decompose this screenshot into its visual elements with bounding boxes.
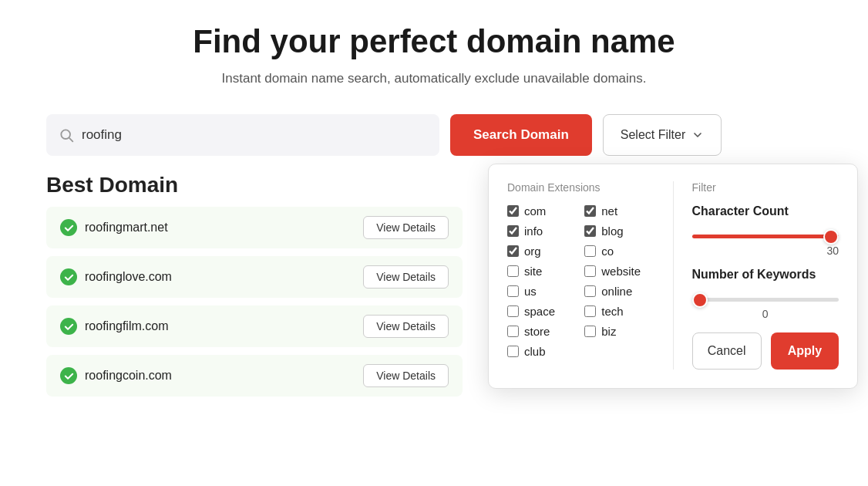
search-icon (59, 127, 74, 143)
ext-site[interactable]: site (507, 265, 577, 278)
ext-blog[interactable]: blog (584, 224, 654, 238)
svg-point-0 (61, 130, 70, 139)
ext-online[interactable]: online (584, 285, 654, 298)
available-icon (60, 268, 77, 285)
char-count-value: 30 (692, 245, 839, 257)
apply-button[interactable]: Apply (771, 332, 839, 370)
available-icon (60, 219, 77, 236)
search-input[interactable] (82, 127, 427, 143)
table-row: roofingmart.net View Details (46, 207, 463, 248)
domain-name: roofingcoin.com (85, 369, 172, 383)
kw-count-label: Number of Keywords (692, 268, 839, 282)
char-count-slider[interactable] (692, 235, 839, 238)
ext-org[interactable]: org (507, 245, 577, 258)
ext-tech[interactable]: tech (584, 305, 654, 318)
available-icon (60, 318, 77, 335)
page-title: Find your perfect domain name (46, 23, 822, 60)
search-bar-row: Search Domain Select Filter Domain Exten… (46, 114, 822, 156)
ext-co[interactable]: co (584, 245, 654, 258)
view-details-button[interactable]: View Details (363, 265, 449, 289)
table-row: roofingcoin.com View Details (46, 355, 463, 397)
view-details-button[interactable]: View Details (363, 315, 449, 338)
available-icon (60, 367, 77, 384)
char-count-label: Character Count (692, 204, 839, 218)
cancel-button[interactable]: Cancel (692, 332, 762, 370)
filter-actions: Cancel Apply (692, 332, 839, 370)
filter-column: Filter Character Count 30 Number of Keyw… (692, 181, 839, 370)
ext-website[interactable]: website (584, 265, 654, 278)
ext-com[interactable]: com (507, 204, 577, 218)
extensions-column: Domain Extensions com net info blog org … (507, 181, 654, 370)
search-domain-button[interactable]: Search Domain (450, 114, 592, 156)
ext-info[interactable]: info (507, 224, 577, 238)
page-subtitle: Instant domain name search, automaticall… (46, 71, 822, 86)
ext-biz[interactable]: biz (584, 325, 654, 338)
ext-net[interactable]: net (584, 204, 654, 218)
view-details-button[interactable]: View Details (363, 216, 449, 239)
svg-line-1 (69, 138, 72, 141)
ext-store[interactable]: store (507, 325, 577, 338)
kw-count-value: 0 (692, 308, 839, 320)
filter-dropdown: Domain Extensions com net info blog org … (488, 164, 858, 389)
select-filter-button[interactable]: Select Filter (603, 114, 722, 156)
ext-club[interactable]: club (507, 345, 577, 358)
search-input-wrapper (46, 114, 439, 156)
chevron-down-icon (691, 129, 704, 141)
char-count-slider-wrapper (692, 228, 839, 241)
extensions-section-title: Domain Extensions (507, 181, 654, 194)
domain-name: roofinglove.com (85, 270, 172, 284)
divider (673, 181, 674, 370)
kw-count-slider[interactable] (692, 298, 839, 302)
kw-count-slider-wrapper (692, 291, 839, 305)
domain-list: roofingmart.net View Details roofinglove… (46, 207, 463, 397)
domain-name: roofingmart.net (85, 221, 168, 235)
ext-us[interactable]: us (507, 285, 577, 298)
filter-section-title: Filter (692, 181, 839, 194)
table-row: roofinglove.com View Details (46, 256, 463, 298)
domain-name: roofingfilm.com (85, 319, 168, 333)
table-row: roofingfilm.com View Details (46, 305, 463, 347)
ext-space[interactable]: space (507, 305, 577, 318)
view-details-button[interactable]: View Details (363, 364, 449, 387)
extensions-grid: com net info blog org co site website us… (507, 204, 654, 358)
